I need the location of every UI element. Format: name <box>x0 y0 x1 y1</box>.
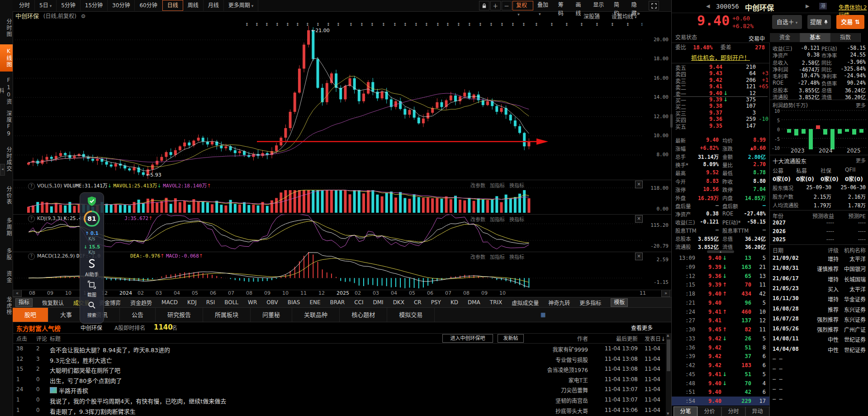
forum-post-row[interactable]: 10看走眼了，9.3挥刀割肉断臂求生抄底带头大哥11-04 13:0611-04 <box>13 406 671 416</box>
kline-chart[interactable]: ↕↕↕↕↕↕↕↕↕↕↕↕↕↕↕↕↕↕↕↕↕↕↕↕↕↕↕↕↕↕↕↕↕↕↕←21.0… <box>13 20 642 179</box>
tick-row[interactable]: :429.421836 <box>672 361 769 370</box>
enter-forum-button[interactable]: 进入中创环保吧 <box>442 334 493 343</box>
tool-画线[interactable]: 画线 <box>573 1 589 10</box>
volume-panel[interactable]: ?VOL(5,10) VOLUME:31.141万↓ MAVOL1:25.413… <box>13 180 642 214</box>
tick-row[interactable]: :189.40↑43442 <box>672 289 769 298</box>
add-watchlist-button[interactable]: 自选＋▾ <box>772 15 802 29</box>
period-60分钟[interactable]: 60分钟 <box>135 0 162 11</box>
indicator-reset[interactable]: 恢复默认 <box>42 299 64 306</box>
help-icon[interactable]: ? <box>28 253 35 260</box>
scroll-down-icon[interactable]: ▼ <box>667 412 669 416</box>
tick-row[interactable]: :489.40↓704 <box>672 379 769 388</box>
panel-drag-grip[interactable] <box>670 114 673 128</box>
indicator-DMI[interactable]: DMI <box>373 299 383 306</box>
tool-隐藏[interactable]: 隐藏» <box>628 1 648 10</box>
tab-资金[interactable]: 资金 <box>770 33 800 42</box>
panel-close-icon[interactable]: × <box>635 215 643 223</box>
indicator-BOLL[interactable]: BOLL <box>224 299 238 306</box>
forum-tab-大事[interactable]: 大事 <box>48 308 84 322</box>
screenshot-icon[interactable] <box>87 280 96 291</box>
period-30分钟[interactable]: 30分钟 <box>108 0 135 11</box>
sidebar-item-深度F9[interactable]: 深度F9 <box>0 110 13 138</box>
axis-prev-button[interactable]: « <box>13 290 22 297</box>
tool-显示[interactable]: 显示▾ <box>590 1 610 10</box>
tick-row[interactable]: :339.42↓265 <box>672 334 769 343</box>
indicator-更多指标[interactable]: 更多指标 <box>579 299 601 306</box>
panel-close-icon[interactable]: × <box>635 181 643 188</box>
scrollbar-thumb[interactable] <box>667 339 670 371</box>
next-stock-icon[interactable]: ▶ <box>806 3 809 9</box>
sidebar-collapse-handle[interactable]: ◂ <box>0 164 5 176</box>
period-5日[interactable]: 5日▾ <box>35 0 57 11</box>
period-日线[interactable]: 日线 <box>162 0 183 11</box>
tick-row[interactable]: :399.42376 <box>672 352 769 361</box>
sidebar-item-分时图[interactable]: 分时图 <box>0 14 13 43</box>
forum-scrollbar[interactable]: ▲▼ <box>666 333 671 416</box>
tick-tab-分笔[interactable]: 分笔 <box>674 406 697 416</box>
axis-next-button[interactable]: » <box>661 290 670 297</box>
forum-post-row[interactable]: 152大聪明们都哭晕在厕所了吧会当凌绝顶197611-04 13:0811-04 <box>13 364 671 374</box>
sidebar-item-资金[interactable]: 资金 <box>0 267 13 287</box>
ma-setting-button[interactable]: 设置均线▾ <box>612 12 637 20</box>
help-icon[interactable]: ? <box>28 215 35 222</box>
indicator-DMA[interactable]: DMA <box>468 299 480 306</box>
scroll-up-icon[interactable]: ▲ <box>667 334 669 337</box>
sidebar-item-分价表[interactable]: 分价表 <box>0 181 13 210</box>
kline-svg[interactable]: ↕↕↕↕↕↕↕↕↕↕↕↕↕↕↕↕↕↕↕↕↕↕↕↕↕↕↕↕↕↕↕↕↕↕↕←21.0… <box>13 20 642 179</box>
hk-badge[interactable]: 港 <box>819 3 827 10</box>
indicator-资金趋势[interactable]: 资金趋势 <box>130 299 152 306</box>
tool-简约[interactable]: 简约 <box>611 1 627 10</box>
link-改参数[interactable]: 改参数 <box>470 254 485 260</box>
ai-assistant-icon[interactable] <box>86 258 97 270</box>
sidebar-item-F10资料[interactable]: F10资料 <box>0 74 13 108</box>
floating-assistant-widget[interactable]: 81↑ 0.1K/s↓ 15.5K/sAI助手截图搜索 <box>80 192 104 324</box>
forum-tab-模拟交易[interactable]: 模拟交易 <box>387 308 435 322</box>
indicator-CCI[interactable]: CCI <box>354 299 363 306</box>
forum-post-row[interactable]: 10我说了，我的个股平均周期4天，有快有慢，已吃肉，继续t做来做去坚韧的南宫岳1… <box>13 395 671 405</box>
indicator-RSI[interactable]: RSI <box>206 299 215 306</box>
forum-tab-核心题材[interactable]: 核心题材 <box>340 308 387 322</box>
forum-post-row[interactable]: 240半路开香槟刀尖芭蕾舞11-04 13:0711-04 <box>13 385 671 395</box>
tab-指数[interactable]: 指数 <box>830 33 861 42</box>
tick-row[interactable]: :549.4022917 <box>672 397 769 406</box>
tick-tab-分价[interactable]: 分价 <box>697 406 721 416</box>
indicator-虚拟成交量[interactable]: 虚拟成交量 <box>512 299 539 306</box>
tick-tab-异动[interactable]: 异动 <box>745 406 769 416</box>
link-改参数[interactable]: 改参数 <box>470 183 485 189</box>
period-月线[interactable]: 月线 <box>204 0 224 11</box>
more-link[interactable]: 更多 <box>856 157 866 164</box>
period-分时[interactable]: 分时 <box>14 0 35 11</box>
period-周线[interactable]: 周线 <box>183 0 204 11</box>
indicator-BIAS[interactable]: BIAS <box>288 299 300 306</box>
tick-row[interactable]: :099.39↓16321 <box>672 263 769 272</box>
indicator-lead-button[interactable]: 指标 <box>15 298 33 307</box>
indicator-WR[interactable]: WR <box>248 299 257 306</box>
sidebar-item-多周期[interactable]: 多周期 <box>0 213 13 242</box>
indicator-CR[interactable]: CR <box>414 299 422 306</box>
link-加指标[interactable]: 加指标 <box>490 217 505 223</box>
forum-post-row[interactable]: 382会不会让我拍大腿？8.94卖了，昨天8.83进的我家有矿999911-04… <box>13 344 671 354</box>
alert-button[interactable]: 提醒 <box>807 15 831 29</box>
forum-tab-关联品种[interactable]: 关联品种 <box>292 308 340 322</box>
indicator-KD[interactable]: KD <box>451 299 458 306</box>
forum-post-row[interactable]: 10出生，亏了80多个点割肉了家电T王11-04 13:0811-04 <box>13 375 671 385</box>
help-icon[interactable]: ? <box>28 183 35 190</box>
sidebar-item-K线图[interactable]: K线图 <box>0 44 13 72</box>
prev-stock-icon[interactable]: ◀ <box>706 3 710 9</box>
link-换指标[interactable]: 换指标 <box>509 217 524 223</box>
open-account-promo[interactable]: 抓住机会，即刻开户！ <box>672 53 769 63</box>
more-link[interactable]: 更多 <box>856 101 866 109</box>
forum-grid-icon[interactable]: ▦ <box>541 311 548 319</box>
indicator-ENE[interactable]: ENE <box>309 299 320 306</box>
tick-row[interactable]: :159.39↑7011 <box>672 280 769 289</box>
forum-tab-所属板块[interactable]: 所属板块 <box>203 308 251 322</box>
period-5分钟[interactable]: 5分钟 <box>57 0 81 11</box>
tool-筹码[interactable]: 筹码 <box>555 1 572 10</box>
indicator-神奇九转[interactable]: 神奇九转 <box>548 299 570 306</box>
forum-tab-研究报告[interactable]: 研究报告 <box>156 308 203 322</box>
link-加指标[interactable]: 加指标 <box>490 254 505 260</box>
indicator-MACD[interactable]: MACD <box>161 299 178 306</box>
indicator-TRIX[interactable]: TRIX <box>490 299 502 306</box>
view-more-link[interactable]: 查看更多 <box>631 324 653 331</box>
sidebar-item-龙虎榜[interactable]: 龙虎榜 <box>0 290 13 322</box>
